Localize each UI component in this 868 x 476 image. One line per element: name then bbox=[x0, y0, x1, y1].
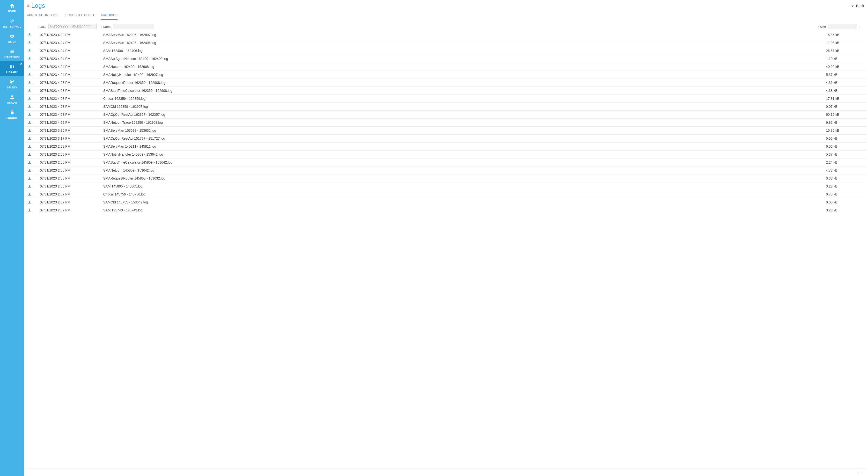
download-icon[interactable] bbox=[27, 48, 37, 53]
download-icon[interactable] bbox=[27, 72, 37, 77]
download-icon[interactable] bbox=[27, 176, 37, 180]
cell-size: 40.92 kB bbox=[826, 65, 865, 69]
cell-date: 07/31/2023 4:24 PM bbox=[40, 49, 100, 53]
menu-toggle-icon[interactable]: ≡ bbox=[27, 3, 30, 8]
size-filter-input[interactable] bbox=[828, 24, 857, 29]
cell-date: 07/31/2023 2:57 PM bbox=[40, 208, 100, 212]
download-icon[interactable] bbox=[27, 168, 37, 172]
download-icon[interactable] bbox=[27, 89, 37, 93]
operations-icon bbox=[9, 48, 16, 54]
download-icon[interactable] bbox=[27, 152, 37, 157]
cell-name: SMAServMan 153632 - 153632.log bbox=[103, 129, 823, 132]
download-icon[interactable] bbox=[27, 160, 37, 165]
cell-name: SMARequestRouter 145808 - 153632.log bbox=[103, 176, 823, 180]
cell-date: 07/31/2023 3:17 PM bbox=[40, 137, 100, 140]
table-row: 07/31/2023 4:22 PMSMANetcomTrace 162259 … bbox=[25, 118, 867, 127]
cell-name: Critical 145756 - 145756.log bbox=[103, 192, 823, 196]
tab-schedule-build[interactable]: SCHEDULE BUILD bbox=[65, 11, 94, 20]
table-row: 07/31/2023 2:58 PMSMANotifyHandler 14580… bbox=[25, 150, 867, 159]
table-row: 07/31/2023 4:24 PMSMANotifyHandler 16240… bbox=[25, 71, 867, 79]
cell-size: 0.00 kB bbox=[826, 200, 865, 204]
download-icon[interactable] bbox=[27, 200, 37, 204]
table-row: 07/31/2023 4:23 PMSAMOld 162359 - 162907… bbox=[25, 103, 867, 111]
cell-name: SMANotifyHandler 162400 - 162907.log bbox=[103, 73, 823, 77]
nav-self-service[interactable]: SELF SERVICE bbox=[0, 15, 24, 30]
cell-date: 07/31/2023 4:23 PM bbox=[40, 97, 100, 101]
download-icon[interactable] bbox=[27, 184, 37, 189]
cell-date: 07/31/2023 2:58 PM bbox=[40, 184, 100, 188]
cell-date: 07/31/2023 4:24 PM bbox=[40, 65, 100, 69]
download-icon[interactable] bbox=[27, 192, 37, 197]
cell-name: SAM 195743 - 195743.log bbox=[103, 208, 823, 212]
download-icon[interactable] bbox=[27, 144, 37, 148]
name-filter-input[interactable] bbox=[113, 24, 154, 29]
cell-size: 5.37 kB bbox=[826, 73, 865, 77]
column-separator: | bbox=[38, 25, 39, 29]
cell-size: 0.07 kB bbox=[826, 105, 865, 108]
nav-library[interactable]: ✕ LIBRARY bbox=[0, 61, 24, 76]
cell-date: 07/31/2023 2:58 PM bbox=[40, 144, 100, 148]
cell-size: 0.75 kB bbox=[826, 192, 865, 196]
date-filter-input[interactable] bbox=[49, 24, 97, 29]
self-service-icon bbox=[9, 18, 16, 24]
download-icon[interactable] bbox=[27, 120, 37, 125]
tab-application-logs[interactable]: APPLICATION LOGS bbox=[27, 11, 59, 20]
cell-name: SAMOld 145755 - 153642.log bbox=[103, 200, 823, 204]
library-icon bbox=[9, 64, 16, 70]
main-content: ≡ Logs Back APPLICATION LOGS SCHEDULE BU… bbox=[24, 0, 868, 476]
next-page-button[interactable] bbox=[860, 470, 864, 474]
nav-label: LIBRARY bbox=[6, 71, 18, 74]
table-row: 07/31/2023 4:24 PMSMAServMan 162406 - 16… bbox=[25, 39, 867, 47]
cell-name: Critical 162359 - 162359.log bbox=[103, 97, 823, 101]
cell-name: SMAApiAgentNetcom 162400 - 162400.log bbox=[103, 57, 823, 61]
download-icon[interactable] bbox=[27, 96, 37, 101]
cell-size: 16.86 kB bbox=[826, 129, 865, 132]
cell-size: 3.23 kB bbox=[826, 208, 865, 212]
download-icon[interactable] bbox=[27, 65, 37, 69]
cell-size: 5.37 kB bbox=[826, 152, 865, 156]
back-button[interactable]: Back bbox=[851, 4, 864, 8]
cell-name: SAM 145805 - 145805.log bbox=[103, 184, 823, 188]
cell-size: 3.23 kB bbox=[826, 184, 865, 188]
prev-page-button[interactable] bbox=[856, 470, 860, 474]
cell-date: 07/31/2023 2:57 PM bbox=[40, 192, 100, 196]
nav-label: OCADM bbox=[7, 101, 17, 104]
cell-size: 16.86 kB bbox=[826, 33, 865, 37]
date-column-label: Date bbox=[40, 25, 46, 29]
cell-date: 07/31/2023 2:58 PM bbox=[40, 168, 100, 172]
nav-logout[interactable]: LOGOUT bbox=[0, 107, 24, 122]
download-icon[interactable] bbox=[27, 208, 37, 212]
nav-home[interactable]: HOME bbox=[0, 0, 24, 15]
nav-label: OPERATIONS bbox=[3, 56, 20, 59]
cell-date: 07/31/2023 4:24 PM bbox=[40, 41, 100, 45]
column-separator: | bbox=[860, 25, 860, 29]
download-icon[interactable] bbox=[27, 57, 37, 61]
cell-size: 0.56 kB bbox=[826, 137, 865, 140]
table-body[interactable]: 07/31/2023 4:29 PMSMAServMan 162906 - 16… bbox=[25, 31, 867, 468]
nav-studio[interactable]: STUDIO bbox=[0, 76, 24, 91]
back-label: Back bbox=[856, 4, 864, 8]
download-icon[interactable] bbox=[27, 33, 37, 37]
download-icon[interactable] bbox=[27, 112, 37, 117]
cell-size: 1.10 kB bbox=[826, 57, 865, 61]
table-row: 07/31/2023 4:23 PMCritical 162359 - 1623… bbox=[25, 95, 867, 103]
nav-ocadm[interactable]: OCADM bbox=[0, 91, 24, 107]
cell-name: SMARequestRouter 162359 - 162908.log bbox=[103, 81, 823, 84]
download-icon[interactable] bbox=[27, 136, 37, 141]
close-icon[interactable]: ✕ bbox=[20, 62, 23, 66]
table-row: 07/31/2023 2:57 PMSAM 195743 - 195743.lo… bbox=[25, 206, 867, 214]
cell-date: 07/31/2023 2:57 PM bbox=[40, 200, 100, 204]
nav-operations[interactable]: OPERATIONS bbox=[0, 46, 24, 61]
download-icon[interactable] bbox=[27, 41, 37, 45]
download-icon[interactable] bbox=[27, 80, 37, 85]
download-icon[interactable] bbox=[27, 128, 37, 133]
table-row: 07/31/2023 2:57 PMSAMOld 145755 - 153642… bbox=[25, 198, 867, 206]
download-icon[interactable] bbox=[27, 104, 37, 109]
nav-vision[interactable]: VISION bbox=[0, 30, 24, 46]
table-row: 07/31/2023 2:57 PMCritical 145756 - 1457… bbox=[25, 191, 867, 198]
nav-label: LOGOUT bbox=[6, 117, 18, 120]
table-row: 07/31/2023 4:24 PMSMANetcom 162400 - 162… bbox=[25, 63, 867, 71]
topbar: ≡ Logs Back bbox=[24, 0, 868, 9]
table-row: 07/31/2023 4:23 PMSMARequestRouter 16235… bbox=[25, 79, 867, 87]
tab-archives[interactable]: ARCHIVES bbox=[101, 11, 118, 20]
